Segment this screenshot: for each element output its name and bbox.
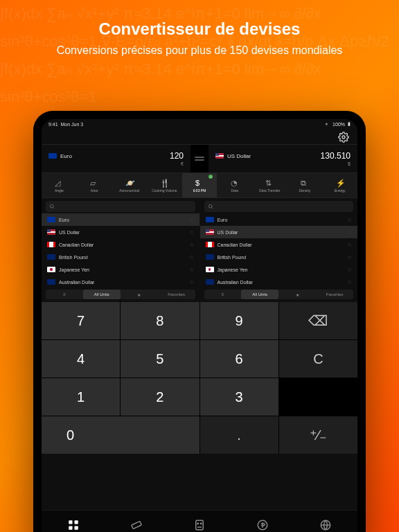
svg-line-4 xyxy=(211,207,213,209)
list-item[interactable]: US Dollar☆ xyxy=(42,226,200,238)
svg-rect-5 xyxy=(69,520,72,524)
list-item[interactable]: Canadian Dollar☆ xyxy=(200,238,358,251)
promo-subtitle: Conversions précises pour plus de 150 de… xyxy=(0,43,399,58)
category-data-transfer[interactable]: ⇅Data Transfer xyxy=(252,173,287,197)
key-7[interactable]: 7 xyxy=(42,302,120,339)
list-item[interactable]: Japanese Yen☆ xyxy=(42,263,200,276)
key-⌫[interactable]: ⌫ xyxy=(279,302,357,339)
list-item[interactable]: Australian Dollar☆ xyxy=(200,276,358,288)
flag-icon xyxy=(47,242,55,247)
list-item[interactable]: British Pound☆ xyxy=(42,251,200,263)
right-list: Euro☆US Dollar☆Canadian Dollar☆British P… xyxy=(200,198,358,302)
list-item[interactable]: Canadian Dollar☆ xyxy=(42,238,200,251)
category-6:03-pm[interactable]: ✓$6:03 PM xyxy=(182,173,218,197)
tab-length[interactable]: Length xyxy=(105,511,168,532)
star-icon[interactable]: ☆ xyxy=(347,217,352,223)
star-icon[interactable]: ☆ xyxy=(347,229,352,236)
right-segment[interactable]: ≡All Units★Favorites xyxy=(204,290,354,299)
key-3[interactable]: 3 xyxy=(200,378,278,416)
left-list: Euro☆US Dollar☆Canadian Dollar☆British P… xyxy=(42,198,200,302)
tab-calculator[interactable]: Calculator xyxy=(168,511,231,532)
flag-icon xyxy=(48,153,57,159)
star-icon[interactable]: ☆ xyxy=(189,229,194,236)
star-icon[interactable]: ☆ xyxy=(189,242,194,248)
category-data[interactable]: ◔Data xyxy=(217,173,252,197)
flag-icon xyxy=(206,279,214,285)
svg-point-3 xyxy=(209,204,212,208)
list-item[interactable]: Euro☆ xyxy=(200,213,358,226)
list-item[interactable]: Japanese Yen☆ xyxy=(200,263,358,276)
search-input[interactable] xyxy=(46,201,195,212)
promo-title: Convertisseur de devises xyxy=(0,19,399,39)
key-0[interactable]: 0 xyxy=(42,416,200,454)
svg-rect-9 xyxy=(131,521,141,529)
category-astronomical[interactable]: 🪐Astronomical xyxy=(112,173,147,197)
star-icon[interactable]: ☆ xyxy=(347,242,352,248)
flag-icon xyxy=(47,279,55,285)
key-8[interactable]: 8 xyxy=(121,302,199,339)
key-6[interactable]: 6 xyxy=(200,340,278,378)
svg-point-11 xyxy=(197,523,199,524)
svg-rect-7 xyxy=(69,526,72,529)
flag-icon xyxy=(47,217,55,222)
currency-lists: Euro☆US Dollar☆Canadian Dollar☆British P… xyxy=(42,198,357,302)
tab-bar: CategoriesLengthCalculatorCurrencyWorld … xyxy=(42,510,357,532)
flag-icon xyxy=(47,229,55,235)
settings-icon[interactable] xyxy=(338,132,349,143)
list-item[interactable]: US Dollar☆ xyxy=(200,226,358,238)
list-item[interactable]: British Pound☆ xyxy=(200,251,358,263)
svg-rect-10 xyxy=(196,520,204,530)
key-4[interactable]: 4 xyxy=(42,340,120,378)
star-icon[interactable]: ☆ xyxy=(189,217,194,223)
svg-point-0 xyxy=(342,136,345,139)
conversion-row: Euro 120 € US Dollar 130.510 $ xyxy=(42,144,357,173)
left-segment[interactable]: ≡All Units★Favorites xyxy=(46,290,195,299)
from-currency[interactable]: Euro 120 € xyxy=(42,145,190,172)
svg-line-2 xyxy=(53,207,54,209)
category-area[interactable]: ▱Area xyxy=(77,173,112,197)
star-icon[interactable]: ☆ xyxy=(347,279,352,285)
list-item[interactable]: Euro☆ xyxy=(42,213,200,226)
star-icon[interactable]: ☆ xyxy=(189,254,194,260)
swap-button[interactable] xyxy=(190,145,209,172)
from-value: 120 xyxy=(170,151,184,161)
svg-rect-6 xyxy=(74,520,78,524)
search-input[interactable] xyxy=(204,201,354,212)
key-1[interactable]: 1 xyxy=(42,378,120,416)
keypad: 789⌫456C1230.⁺∕₋ xyxy=(42,302,357,454)
category-cooking-volume[interactable]: 🍴Cooking Volume xyxy=(147,173,182,197)
list-item[interactable]: Australian Dollar☆ xyxy=(42,276,200,288)
flag-icon xyxy=(206,217,214,222)
svg-rect-8 xyxy=(74,526,78,529)
flag-icon xyxy=(206,229,214,235)
flag-icon xyxy=(47,254,55,260)
category-energy[interactable]: ⚡Energy xyxy=(322,173,357,197)
category-angle[interactable]: ◿Angle xyxy=(42,173,77,197)
flag-icon xyxy=(215,153,224,159)
tab-categories[interactable]: Categories xyxy=(42,511,105,532)
screen: 9:41 Mon Jun 3 ᯤ100%▮ Euro 120 € US Doll… xyxy=(42,119,357,532)
key-⁺∕₋[interactable]: ⁺∕₋ xyxy=(279,416,357,454)
key-5[interactable]: 5 xyxy=(121,340,199,378)
to-value: 130.510 xyxy=(321,151,351,161)
tab-world-clock[interactable]: World Clock xyxy=(294,511,357,532)
seg-menu[interactable]: ≡ xyxy=(46,290,83,299)
key-9[interactable]: 9 xyxy=(200,302,278,339)
key-C[interactable]: C xyxy=(279,340,357,378)
status-bar: 9:41 Mon Jun 3 ᯤ100%▮ xyxy=(42,119,357,129)
category-strip: ◿Angle▱Area🪐Astronomical🍴Cooking Volume✓… xyxy=(42,173,357,198)
flag-icon xyxy=(206,267,214,272)
key-.[interactable]: . xyxy=(200,416,278,454)
to-currency[interactable]: US Dollar 130.510 $ xyxy=(209,145,357,172)
tab-currency[interactable]: Currency xyxy=(231,511,294,532)
star-icon[interactable]: ☆ xyxy=(347,267,352,273)
star-icon[interactable]: ☆ xyxy=(189,267,194,273)
category-density[interactable]: ⧉Density xyxy=(287,173,323,197)
flag-icon xyxy=(206,242,214,247)
flag-icon xyxy=(206,254,214,260)
svg-point-1 xyxy=(50,204,53,208)
star-icon[interactable]: ☆ xyxy=(189,279,194,285)
ipad-frame: 9:41 Mon Jun 3 ᯤ100%▮ Euro 120 € US Doll… xyxy=(33,111,366,532)
key-2[interactable]: 2 xyxy=(121,378,199,416)
star-icon[interactable]: ☆ xyxy=(347,254,352,260)
